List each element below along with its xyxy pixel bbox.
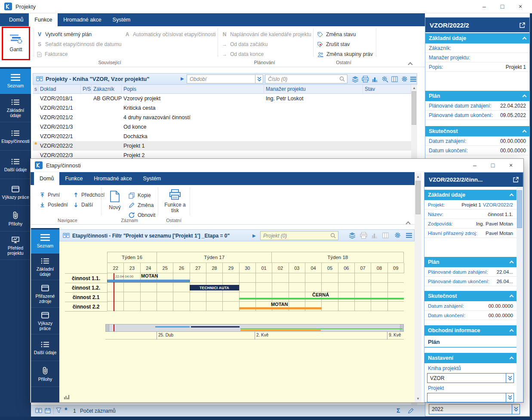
ribbon-item-zmena-stavu[interactable]: Změna stavu: [317, 30, 356, 39]
ribbon-item-dalsi[interactable]: Další: [74, 200, 93, 210]
ribbon-item-zmena[interactable]: Změna: [129, 201, 154, 210]
maximize-button[interactable]: □: [484, 160, 502, 171]
gear-icon[interactable]: [401, 76, 408, 82]
project-book-dropdown[interactable]: VZOR: [427, 373, 514, 383]
sum-icon[interactable]: Σ: [397, 407, 400, 414]
menu-icon[interactable]: [410, 77, 417, 82]
print-functions-button[interactable]: Funkce a tisk: [162, 187, 188, 221]
sidebar-item-vykazy-prace[interactable]: Výkazy práce: [0, 180, 31, 206]
sidebar-item-seznam[interactable]: Seznam: [31, 229, 59, 253]
column-header-stav[interactable]: Stav: [363, 85, 411, 93]
layers-icon[interactable]: [349, 232, 356, 239]
play-icon[interactable]: ▶: [252, 233, 256, 238]
collapse-icon[interactable]: [510, 357, 514, 361]
sidebar-item-seznam[interactable]: Seznam: [0, 69, 31, 94]
table-row[interactable]: VZOR/2021/3Od konce: [33, 122, 411, 132]
play-icon[interactable]: ▶: [181, 76, 184, 81]
project-dropdown[interactable]: [427, 393, 514, 402]
collapse-icon[interactable]: [523, 37, 527, 41]
layers-icon[interactable]: [352, 76, 359, 83]
columns-icon[interactable]: [391, 76, 398, 82]
table-row-selected[interactable]: *VZOR/2022/2Projekt 1: [33, 141, 411, 151]
ribbon-item-prvni[interactable]: První: [40, 190, 60, 200]
column-header-zakaznik[interactable]: Zákazník: [92, 85, 122, 93]
tab-funkce[interactable]: Funkce: [29, 13, 58, 26]
task-label[interactable]: činnost 2.1: [65, 293, 107, 302]
scroll-up-icon[interactable]: ▲: [411, 86, 417, 90]
section-header-obchodni-informace[interactable]: Obchodní informace: [424, 325, 517, 336]
dropdown-icon[interactable]: [506, 393, 514, 402]
number-filter-input[interactable]: Číslo (0): [265, 74, 347, 83]
dropdown-icon[interactable]: [506, 374, 514, 383]
ribbon-item-fakturace[interactable]: Fakturace: [37, 49, 68, 59]
period-filter-input[interactable]: Období: [187, 74, 263, 83]
section-header-nastaveni[interactable]: Nastavení: [424, 353, 517, 363]
gantt-bar-cinnost-2-1[interactable]: [239, 298, 404, 300]
search-settings-icon[interactable]: [381, 76, 388, 83]
section-header-skutecnost[interactable]: Skutečnost: [425, 126, 529, 136]
range-handle-right[interactable]: [400, 324, 403, 331]
sidebar-item-dalsi-udaje[interactable]: Další údaje: [0, 151, 31, 179]
sidebar-item-zakladni-udaje[interactable]: Základní údaje: [31, 254, 59, 280]
maximize-button[interactable]: □: [493, 1, 511, 12]
sidebar-item-prirazene-zdroje[interactable]: Přiřazené zdroje: [31, 281, 59, 308]
tab-system[interactable]: Systém: [107, 13, 136, 26]
section-header-zakladni-udaje[interactable]: Základní údaje: [425, 33, 529, 43]
column-header-ps[interactable]: P/S: [81, 85, 92, 93]
minimize-button[interactable]: –: [475, 1, 493, 12]
scroll-down-icon[interactable]: ▼: [415, 397, 421, 401]
task-label[interactable]: činnost 1.1.: [65, 274, 107, 283]
dialog-scrollbar[interactable]: ▲ ▼: [415, 173, 421, 402]
chart-icon[interactable]: [372, 76, 378, 82]
table-row[interactable]: VZOR/2022/1Docházka: [33, 132, 411, 141]
scrollbar-thumb[interactable]: [412, 91, 416, 125]
sidebar-item-dalsi-udaje[interactable]: Další údaje: [31, 335, 59, 361]
column-header-manazer[interactable]: Manažer projektu: [264, 85, 363, 93]
ribbon-item-posledni[interactable]: Poslední: [40, 200, 68, 210]
scrollbar-thumb[interactable]: [517, 190, 522, 228]
sidebar-item-zakladni-udaje[interactable]: Základní údaje: [0, 95, 31, 122]
ribbon-item-od-data-zacatku[interactable]: → Od data začátku: [222, 40, 268, 49]
scroll-up-icon[interactable]: ▲: [415, 175, 421, 179]
dropdown-icon[interactable]: [512, 405, 520, 414]
sidebar-item-prilohy[interactable]: Přílohy: [0, 207, 31, 232]
task-label[interactable]: činnost 2.2: [65, 302, 107, 312]
edit-icon[interactable]: [408, 408, 414, 414]
collapse-icon[interactable]: [510, 194, 514, 198]
ribbon-item-automaticky-ocislovat[interactable]: A Automaticky očíslovat etapy/činnosti: [125, 30, 216, 39]
table-row[interactable]: VZOR/2021/24 druhy navazování činností: [33, 113, 411, 122]
print-icon[interactable]: [362, 76, 369, 83]
ribbon-item-predchozi[interactable]: Předchozí: [74, 190, 105, 200]
subtab-plan[interactable]: Plán: [424, 337, 517, 348]
tab-domu[interactable]: Domů: [34, 172, 59, 185]
collapse-icon[interactable]: [510, 295, 514, 299]
task-label[interactable]: činnost 1.2.: [65, 283, 107, 293]
collapse-icon[interactable]: [523, 95, 527, 99]
table-row[interactable]: VZOR/2021/1Kritická cesta: [33, 103, 411, 113]
close-button[interactable]: ×: [502, 160, 520, 171]
minimize-button[interactable]: –: [466, 160, 484, 171]
section-header-plan[interactable]: Plán: [424, 257, 517, 267]
gear-icon[interactable]: [394, 232, 401, 238]
project-link[interactable]: VZOR/2022/2: [483, 202, 513, 207]
section-header-plan[interactable]: Plán: [425, 91, 529, 101]
gantt-bar-cinnost-2-2[interactable]: [239, 307, 322, 309]
calendar-icon[interactable]: [45, 408, 51, 414]
column-header-popis[interactable]: Popis: [122, 85, 264, 93]
columns-icon[interactable]: [382, 232, 389, 238]
collapse-icon[interactable]: [510, 261, 514, 265]
close-button[interactable]: ×: [511, 1, 529, 12]
ribbon-item-naplanovani-kalendar[interactable]: N Naplánování dle kalendáře projektu: [222, 30, 311, 39]
dropdown-icon[interactable]: [255, 75, 263, 83]
project-filter-input[interactable]: Projekt (0): [260, 231, 338, 240]
gantt-bar-cinnost-1-2[interactable]: TECHNICI AUTA: [190, 285, 239, 290]
tab-funkce[interactable]: Funkce: [59, 172, 88, 185]
book-icon[interactable]: [35, 408, 42, 414]
filter-icon[interactable]: [56, 408, 62, 413]
new-record-button[interactable]: Nový: [105, 187, 125, 214]
ribbon-item-zmena-skupiny-prav[interactable]: Změna skupiny práv: [317, 49, 373, 59]
ribbon-item-od-data-konce[interactable]: → Od data konce: [222, 49, 264, 59]
ribbon-item-vytvorit-smerny-plan[interactable]: V Vytvořit směrný plán: [37, 30, 92, 39]
scrollbar-thumb[interactable]: [415, 181, 421, 214]
table-row[interactable]: VZOR/2018/1AB GROUPVzorový projektIng. P…: [33, 94, 411, 103]
